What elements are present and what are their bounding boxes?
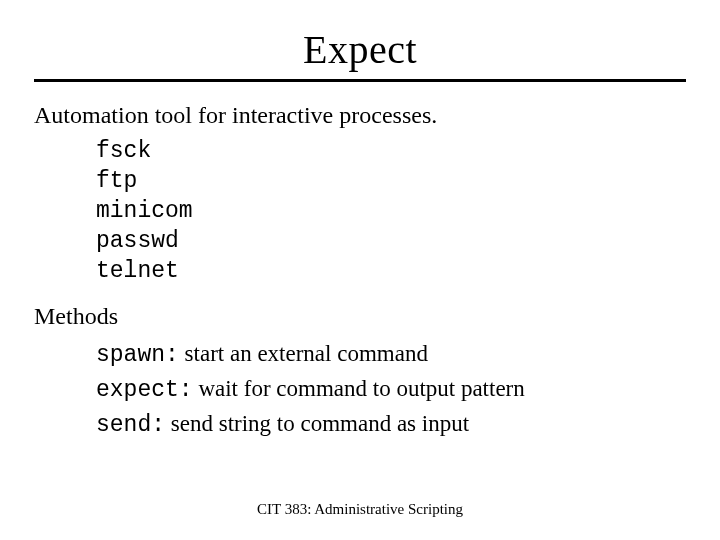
method-name: spawn: [96,342,179,368]
subtitle: Automation tool for interactive processe… [34,100,686,131]
tool-item: telnet [96,257,686,287]
tool-item: passwd [96,227,686,257]
method-row: expect: wait for command to output patte… [96,373,686,406]
tool-item: ftp [96,167,686,197]
slide: Expect Automation tool for interactive p… [0,0,720,540]
methods-list: spawn: start an external command expect:… [96,338,686,441]
page-title: Expect [34,26,686,73]
tool-list: fsck ftp minicom passwd telnet [96,137,686,286]
tool-item: minicom [96,197,686,227]
method-desc: wait for command to output pattern [193,376,525,401]
slide-footer: CIT 383: Administrative Scripting [0,501,720,518]
title-rule [34,79,686,82]
slide-body: Automation tool for interactive processe… [34,100,686,441]
method-desc: start an external command [179,341,428,366]
method-row: spawn: start an external command [96,338,686,371]
method-name: send: [96,412,165,438]
method-desc: send string to command as input [165,411,469,436]
method-row: send: send string to command as input [96,408,686,441]
method-name: expect: [96,377,193,403]
methods-heading: Methods [34,301,686,332]
tool-item: fsck [96,137,686,167]
